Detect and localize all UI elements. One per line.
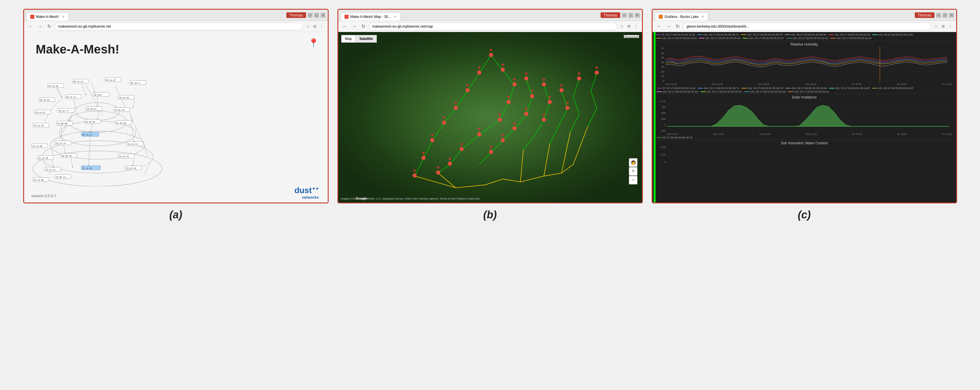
extension-icon-b[interactable]: ⚙ [626,24,632,29]
svg-marker-174 [525,73,528,75]
bookmark-icon-a[interactable]: ☆ [305,24,311,29]
svg-line-139 [573,126,588,164]
map-btn-satellite[interactable]: Satellite [356,35,377,43]
svg-point-167 [460,147,464,151]
reload-btn-c[interactable]: ↻ [674,23,681,30]
svg-point-197 [595,70,599,75]
svg-text:55-ca-b1: 55-ca-b1 [35,111,45,114]
dust-logo: dust✦✦ networks [294,186,319,200]
address-bar-a[interactable] [54,22,303,30]
close-btn-c[interactable]: ✕ [949,13,954,18]
svg-line-95 [479,56,491,73]
svg-text:55-cb-68: 55-cb-68 [34,179,44,181]
svg-marker-172 [437,167,440,169]
titlebar-c: Grafana - Bucks Lake ✕ Thomas — □ ✕ [652,10,956,21]
svg-point-157 [501,67,505,72]
soil-svg [667,146,952,163]
map-toolbar: Map Satellite [341,35,377,43]
svg-text:30-40-44: 30-40-44 [62,155,72,157]
svg-line-104 [509,85,514,102]
chart-humidity: Relative Humidity 706050403020100 [652,41,956,86]
close-btn-b[interactable]: ✕ [635,13,640,18]
svg-marker-158 [501,64,504,67]
svg-line-129 [415,176,456,188]
svg-line-89 [71,158,73,167]
svg-point-193 [565,106,570,110]
svg-point-151 [430,138,434,142]
svg-line-110 [526,79,532,97]
svg-text:38-1e-e8: 38-1e-e8 [119,97,129,99]
forward-btn-a[interactable]: → [37,23,44,30]
svg-line-99 [432,123,444,141]
menu-icon-b[interactable]: ⋮ [633,24,639,29]
svg-text:55-cb-01: 55-cb-01 [82,167,92,169]
extension-icon-c[interactable]: ⚙ [940,24,946,29]
tab-map[interactable]: Make-A-Mesh! Map - 30... ✕ [340,12,401,21]
tab-grafana[interactable]: Grafana - Bucks Lake ✕ [655,12,708,21]
maximize-btn-c[interactable]: □ [943,13,947,18]
svg-text:55-d1-77: 55-d1-77 [59,110,69,112]
y-axis-soil: 0.300.150 [657,146,667,163]
svg-line-79 [81,83,86,94]
menu-icon-a[interactable]: ⋮ [319,24,325,29]
minimize-btn-a[interactable]: — [308,13,312,18]
svg-point-165 [477,132,481,136]
map-pin-icon: 📍 [308,38,319,48]
svg-line-123 [573,79,579,97]
svg-line-21 [145,163,150,174]
svg-marker-148 [454,102,457,105]
back-btn-a[interactable]: ← [27,23,35,30]
tab-close-c[interactable]: ✕ [702,15,704,19]
tab-label-c: Grafana - Bucks Lake [665,15,698,19]
svg-line-15 [59,128,65,139]
maximize-btn-a[interactable]: □ [314,13,319,18]
legend-item-9: s3x: 00-17-0d-00-00-60-2a-4d [786,37,828,40]
chart-solar-title: Solar Irradiance [657,95,952,99]
minimize-btn-b[interactable]: — [622,13,627,18]
reload-btn-b[interactable]: ↻ [360,23,367,30]
toolbar-icons-c: ☆ ⚙ ⋮ [933,24,953,29]
tab-close-a[interactable]: ✕ [62,15,65,19]
svg-marker-198 [595,67,598,70]
extension-icon-a[interactable]: ⚙ [312,24,318,29]
svg-line-138 [562,132,570,173]
dust-logo-sub: networks [294,195,319,200]
map-btn-map[interactable]: Map [341,35,356,43]
svg-line-112 [514,114,526,129]
svg-marker-156 [413,169,416,173]
bookmark-icon-c[interactable]: ☆ [933,24,939,29]
tab-area-b: Make-A-Mesh! Map - 30... ✕ [340,10,599,21]
svg-text:55-ca-11: 55-ca-11 [46,169,56,171]
close-btn-a[interactable]: ✕ [321,13,325,18]
reload-btn-a[interactable]: ↻ [46,23,52,30]
address-bar-b[interactable] [369,22,617,30]
toolbar-icons-b: ☆ ⚙ ⋮ [619,24,639,29]
svg-text:+: + [632,168,635,174]
svg-line-105 [500,102,509,120]
legend-item-3: s3x: 00-17-0d-00-00-38-9d-9d [785,33,826,36]
bookmark-icon-b[interactable]: ☆ [619,24,625,29]
address-bar-c[interactable] [683,22,932,30]
menu-icon-c[interactable]: ⋮ [947,24,953,29]
solar-svg [667,100,952,132]
back-btn-c[interactable]: ← [655,23,663,30]
back-btn-b[interactable]: ← [341,23,349,30]
svg-text:55-00-08: 55-00-08 [57,123,67,125]
svg-point-145 [466,88,469,92]
tab-area-c: Grafana - Bucks Lake ✕ [655,10,913,21]
user-badge-a: Thomas [286,12,306,18]
svg-point-153 [422,156,426,160]
legend2-5: s3x: 00-17-0d-00-00-60-1d-0f [872,87,913,90]
forward-btn-c[interactable]: → [665,23,673,30]
minimize-btn-c[interactable]: — [936,13,941,18]
forward-btn-b[interactable]: → [351,23,358,30]
tab-make-a-mesh[interactable]: Make-A-Mesh! ✕ [26,12,68,21]
svg-marker-180 [513,123,516,126]
tab-close-b[interactable]: ✕ [394,15,396,19]
svg-point-187 [548,100,552,104]
legend2-rh: rh: 00-17-0d-00-00-60-1e-af [657,87,696,90]
svg-line-113 [503,129,514,141]
panel-a-content: Make-A-Mesh! 📍 [24,32,328,203]
maximize-btn-b[interactable]: □ [628,13,633,18]
chart-humidity-plot [665,47,952,82]
